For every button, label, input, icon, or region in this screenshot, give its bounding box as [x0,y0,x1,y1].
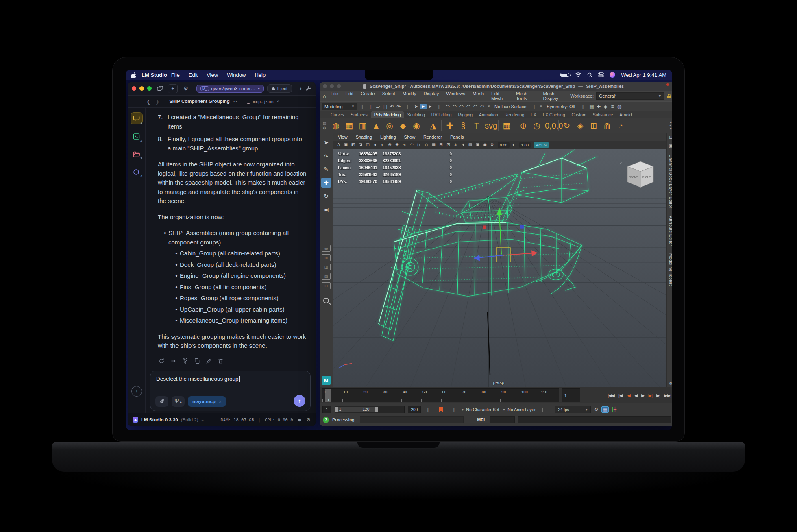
zoom-window-button[interactable] [337,84,341,88]
paint-select-tool-icon[interactable]: ✎ [321,164,331,174]
history-forward-icon[interactable]: ❯ [155,99,159,105]
macos-menu-item[interactable]: Help [255,72,266,78]
control-center-icon[interactable] [598,72,604,77]
viewport-mb-icon[interactable]: ⊕ [387,142,393,148]
settings-gear-icon[interactable]: ⚙ [181,84,191,93]
gamma-field[interactable]: 1.00 [519,142,531,148]
step-back-frame-button[interactable]: |◀ [617,393,623,398]
viewport-anti-alias-icon[interactable]: A [335,142,342,148]
multi-cut-icon[interactable]: ⊞ [588,122,599,130]
layout-single-icon[interactable]: ▭ [322,245,331,252]
viewport-fourview-icon[interactable]: ⊞ [438,142,444,148]
tab-menu-icon[interactable]: ⋯ [233,98,237,104]
attach-file-button[interactable] [155,396,168,407]
maya-menu-item[interactable]: Mesh Display [539,91,570,101]
chat-transcript[interactable]: 7. I created a "Miscellaneous_Group" for… [146,108,316,413]
plugins-button[interactable]: Ψ ▴ [172,396,185,407]
new-scene-icon[interactable]: ▯ [368,104,375,109]
play-backwards-button[interactable]: ◀ [633,393,638,398]
viewport-canvas[interactable]: FRONT RIGHT ⌂ Verts: 1685 [333,149,666,387]
viewport-cap-icon[interactable]: ◠ [409,142,415,148]
command-input[interactable] [518,416,671,423]
viewport-light-icon[interactable]: ◉ [482,142,488,148]
macos-menu-item[interactable]: File [171,72,180,78]
rotate-tool-icon[interactable]: ↻ [321,191,331,201]
revolve-icon[interactable]: ◔ [615,122,626,130]
make-live-icon[interactable]: ◠ [479,104,486,109]
shelf-tab[interactable]: Rendering [502,111,527,118]
panel-tab-label[interactable]: Channel Box / Layer Editor [669,155,672,209]
viewport-select-icon[interactable]: ▣ [343,142,349,148]
close-tab-icon[interactable]: × [277,99,279,104]
close-window-button[interactable] [132,86,136,91]
timeline-playhead[interactable]: 1 [325,389,331,402]
maya-menu-item[interactable]: Display [420,91,443,101]
play-forwards-button[interactable]: ▶ [640,393,645,398]
exposure-field[interactable]: 0.00 [498,142,510,148]
render-icon[interactable]: ✚ [595,104,602,109]
panel-tab-label[interactable]: Attribute Editor [669,216,672,246]
panel-menu-item[interactable]: Renderer [423,135,442,140]
sidebar-item-developer[interactable]: 2 [131,131,142,142]
edit-icon[interactable] [206,358,212,364]
downloads-icon[interactable]: ↓ [131,386,142,397]
undo-icon[interactable]: ↶ [388,104,395,109]
time-slider[interactable]: 0102030405060708090100110120 1 1 |◀◀|◀|◀… [320,387,672,403]
sidebar-item-chat[interactable]: 1 [131,113,142,124]
bake-time-icon[interactable]: ◷ [531,122,542,130]
shelf-tab[interactable]: Custom [569,111,589,118]
gamma-icon[interactable]: ◐ [511,142,517,148]
poly-cylinder-icon[interactable]: ▥ [357,122,368,130]
select-tool-icon[interactable]: ➤ [321,137,331,147]
mcp-plugin-pill[interactable]: maya-mcp× [188,396,226,407]
continue-icon[interactable] [170,358,176,364]
sidebar-item-my-models[interactable]: 3 [131,148,142,160]
shelf-tab[interactable]: Curves [328,111,347,118]
viewport-textured-icon[interactable]: ◪ [357,142,364,148]
snap-projected-center-icon[interactable]: ◠ [465,104,472,109]
snap-point-icon[interactable]: ◠ [458,104,465,109]
step-back-key-button[interactable]: |◀ [625,393,631,398]
menu-bar-clock[interactable]: Wed Apr 1 9:41 AM [621,72,666,78]
shelf-scroll-arrows[interactable]: ▲●▼ [669,120,672,131]
panel-menu-item[interactable]: Shading [356,135,372,140]
send-message-button[interactable]: ↑ [294,395,305,407]
poly-count-icon[interactable]: ▦ [501,122,512,130]
shelf-tab[interactable]: Sculpting [405,111,428,118]
set-key-icon[interactable]: ┿ [612,407,616,412]
snap-grid-icon[interactable]: ◠ [444,104,451,109]
poly-disc-icon[interactable]: ◉ [411,122,422,130]
maya-title-bar[interactable]: Scavenger_Ship* - Autodesk MAYA 2026.3: … [320,82,672,91]
viewport-play-icon[interactable]: ▷ [416,142,422,148]
siri-icon[interactable] [610,72,615,78]
timeline-ruler[interactable]: 0102030405060708090100110120 1 [322,388,559,402]
macos-menu-item[interactable]: Edit [189,72,198,78]
shelf-tab[interactable]: FX Caching [540,111,568,118]
regenerate-icon[interactable] [159,358,165,364]
delete-icon[interactable] [218,358,224,364]
poly-pyramid-icon[interactable]: ◮ [428,122,438,130]
redo-icon[interactable]: ↷ [395,104,402,109]
viewport-texture-icon[interactable]: ▤ [467,142,473,148]
panel-menu-item[interactable]: Show [404,135,416,140]
range-end-handle[interactable] [375,407,378,412]
chevron-down-icon[interactable]: ▼ [487,105,490,108]
snap-view-plane-icon[interactable]: ◠ [472,104,479,109]
developer-wrench-icon[interactable] [306,85,311,91]
shelf-gear-icon[interactable]: ⚙ [321,126,328,130]
panel-cube-icon[interactable]: ▣ [669,144,672,148]
maya-menu-item[interactable]: Mesh Tools [512,91,540,101]
viewport-curve-icon[interactable]: ∿ [401,142,407,148]
workspace-select[interactable]: General*▼ [596,92,664,100]
viewport-cube-icon[interactable]: ▣ [475,142,481,148]
anim-layer-select[interactable]: ▼No Anim Layer [502,407,536,412]
move-tool-icon[interactable]: ✚ [321,178,331,188]
shelf-tab[interactable]: Animation [476,111,501,118]
command-input-small[interactable] [490,416,515,423]
new-chat-button[interactable]: + [168,84,178,93]
maya-menu-item[interactable]: Create [357,91,379,101]
viewport-shadows-icon[interactable]: ● [372,142,378,148]
remove-plugin-icon[interactable]: × [219,399,222,404]
type-tool-icon[interactable]: T [471,122,482,130]
chat-input-box[interactable]: Deselect the miscellaneous group Ψ ▴ may… [150,371,311,411]
